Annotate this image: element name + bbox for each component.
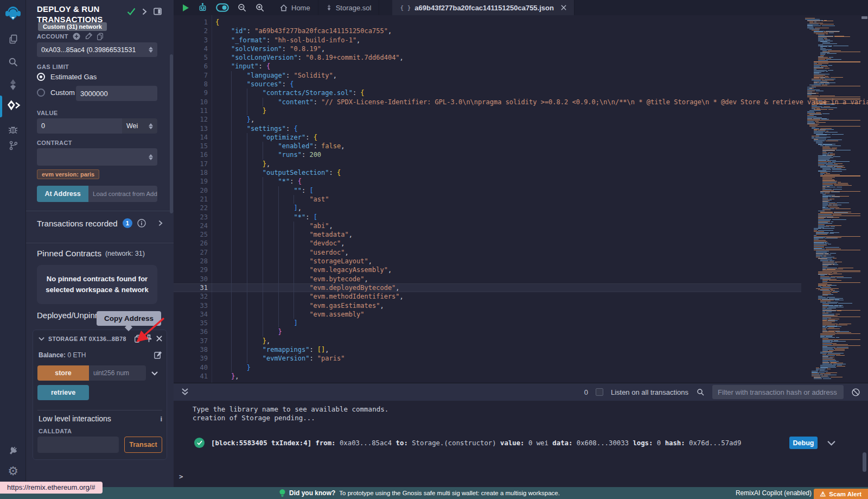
ai-assistant-robot-icon[interactable]	[197, 3, 208, 12]
close-tab-icon[interactable]	[561, 5, 566, 10]
close-instance-icon[interactable]	[156, 336, 162, 342]
zoom-out-icon[interactable]	[237, 3, 247, 12]
settings-gear-icon[interactable]: ⚙	[0, 462, 26, 481]
debug-button[interactable]: Debug	[789, 437, 818, 449]
value-unit-select[interactable]: Wei	[122, 118, 157, 134]
plugin-manager-icon[interactable]	[0, 441, 26, 460]
code-line[interactable]: 23 "*": [	[174, 213, 801, 222]
code-line[interactable]: 41 },	[174, 372, 801, 381]
editor-scrollbar-thumb[interactable]	[861, 16, 867, 19]
run-script-icon[interactable]	[182, 4, 189, 12]
tab-json-active[interactable]: { } a69b43f277ba20fcac141151250ca755.jso…	[392, 0, 574, 15]
terminal-body[interactable]: Type the library name to see available c…	[174, 401, 868, 487]
code-line[interactable]: 40 }	[174, 363, 801, 372]
edit-account-icon[interactable]	[85, 33, 92, 40]
expand-store-icon[interactable]	[151, 371, 158, 376]
deploy-run-icon[interactable]	[0, 96, 26, 115]
code-line[interactable]: 32 "evm.methodIdentifiers",	[174, 292, 801, 301]
git-branch-icon[interactable]	[0, 136, 26, 155]
edit-balance-icon[interactable]	[154, 351, 162, 359]
code-line[interactable]: 36 }	[174, 327, 801, 336]
code-line[interactable]: 12 },	[174, 115, 801, 124]
code-line[interactable]: 37 },	[174, 337, 801, 345]
code-line[interactable]: 25 "metadata",	[174, 230, 801, 239]
code-area[interactable]: 1{2 "id": "a69b43f277ba20fcac141151250ca…	[174, 15, 868, 383]
collapse-instance-icon[interactable]	[39, 337, 44, 341]
code-line[interactable]: 4 "solcVersion": "0.8.19",	[174, 45, 801, 53]
code-line[interactable]: 35 ]	[174, 319, 801, 327]
gas-custom-option[interactable]: Custom	[37, 89, 75, 97]
code-line[interactable]: 15 "enabled": false,	[174, 142, 801, 150]
copy-address-icon[interactable]	[134, 334, 142, 343]
zoom-in-icon[interactable]	[255, 3, 265, 12]
pin-panel-icon[interactable]	[154, 8, 162, 15]
code-line[interactable]: 6 "input": {	[174, 62, 801, 71]
copilot-status[interactable]: RemixAI Copilot (enabled)	[736, 487, 812, 499]
pin-instance-icon[interactable]	[145, 334, 152, 343]
code-line[interactable]: 7 "language": "Solidity",	[174, 71, 801, 80]
code-line[interactable]: 31 "evm.deployedBytecode",	[174, 283, 801, 292]
code-line[interactable]: 14 "optimizer": {	[174, 133, 801, 142]
workspace-files-icon[interactable]	[0, 29, 26, 49]
code-line[interactable]: 13 "settings": {	[174, 124, 801, 133]
account-stepper[interactable]	[149, 47, 153, 53]
contract-select[interactable]	[37, 148, 157, 166]
scam-alert-button[interactable]: ⚠ Scam Alert	[814, 489, 868, 499]
gas-estimated-radio[interactable]	[37, 73, 45, 81]
code-line[interactable]: 39 "evmVersion": "paris"	[174, 354, 801, 363]
code-line[interactable]: 24 "abi",	[174, 222, 801, 230]
code-line[interactable]: 27 "userdoc",	[174, 248, 801, 257]
code-line[interactable]: 16 "runs": 200	[174, 150, 801, 159]
code-line[interactable]: 11 }	[174, 106, 801, 115]
code-line[interactable]: 33 "evm.gasEstimates",	[174, 301, 801, 310]
code-line[interactable]: 18 "outputSelection": {	[174, 168, 801, 177]
minimap[interactable]	[801, 18, 863, 380]
code-line[interactable]: 29 "evm.legacyAssembly",	[174, 266, 801, 274]
expand-tx-icon[interactable]	[827, 440, 835, 446]
terminal-filter-input[interactable]	[712, 385, 844, 399]
gas-custom-input[interactable]: 3000000	[76, 86, 157, 101]
expand-transactions-icon[interactable]	[158, 220, 163, 226]
tab-storage-sol[interactable]: Storage.sol	[318, 0, 380, 15]
transactions-recorded-row[interactable]: Transactions recorded 1	[37, 218, 163, 228]
terminal-prompt[interactable]: >	[179, 472, 183, 481]
add-account-icon[interactable]	[73, 33, 80, 40]
account-select[interactable]: 0xA03...85ac4 (0.39866531531	[37, 42, 157, 57]
code-line[interactable]: 21 "ast"	[174, 195, 801, 204]
code-line[interactable]: 19 "*": {	[174, 177, 801, 186]
terminal-scrollbar-thumb[interactable]	[863, 452, 866, 472]
panel-scrollbar[interactable]	[170, 54, 173, 213]
code-line[interactable]: 17 },	[174, 160, 801, 168]
lowlevel-info-icon[interactable]: i	[160, 415, 162, 423]
code-line[interactable]: 20 "": [	[174, 186, 801, 195]
code-line[interactable]: 22 ],	[174, 204, 801, 212]
value-input[interactable]: 0	[37, 118, 122, 134]
gas-estimated-option[interactable]: Estimated Gas	[37, 73, 97, 81]
remix-logo-icon[interactable]	[0, 3, 26, 23]
copilot-toggle-icon[interactable]	[216, 3, 229, 12]
transact-button[interactable]: Transact	[124, 437, 162, 453]
code-line[interactable]: 5 "solcLongVersion": "0.8.19+commit.7dd6…	[174, 53, 801, 62]
store-arg-input[interactable]	[89, 365, 146, 381]
tab-home[interactable]: Home	[272, 0, 318, 15]
code-line[interactable]: 10 "content": "// SPDX-License-Identifie…	[174, 98, 801, 106]
code-line[interactable]: 3 "_format": "hh-sol-build-info-1",	[174, 36, 801, 45]
code-line[interactable]: 30 "evm.bytecode",	[174, 275, 801, 283]
code-line[interactable]: 28 "storageLayout",	[174, 257, 801, 266]
code-line[interactable]: 1{	[174, 18, 801, 27]
at-address-button[interactable]: At Address	[37, 186, 88, 202]
solidity-compiler-icon[interactable]	[0, 75, 26, 94]
code-line[interactable]: 26 "devdoc",	[174, 239, 801, 248]
code-line[interactable]: 8 "sources": {	[174, 80, 801, 89]
retrieve-button[interactable]: retrieve	[37, 385, 89, 400]
store-button[interactable]: store	[37, 365, 89, 381]
chevron-right-icon[interactable]	[142, 8, 147, 15]
collapse-terminal-icon[interactable]	[181, 388, 189, 396]
code-line[interactable]: 9 "contracts/Storage.sol": {	[174, 89, 801, 97]
search-icon[interactable]	[0, 52, 26, 72]
code-line[interactable]: 34 "evm.assembly"	[174, 310, 801, 319]
code-line[interactable]: 38 "remappings": [],	[174, 345, 801, 354]
transaction-log-row[interactable]: [block:5583405 txIndex:4] from: 0xa03...…	[174, 437, 868, 449]
clear-console-icon[interactable]	[851, 388, 860, 397]
code-line[interactable]: 2 "id": "a69b43f277ba20fcac141151250ca75…	[174, 27, 801, 35]
